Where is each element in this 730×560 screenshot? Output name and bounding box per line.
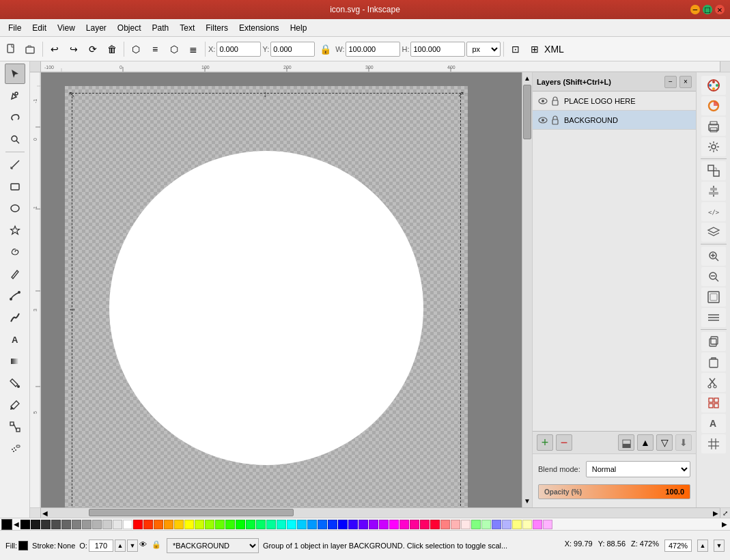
pencil-tool[interactable] [5,264,25,284]
color-swatch[interactable] [481,520,491,529]
layers-panel-collapse[interactable]: − [664,76,677,88]
color-swatch[interactable] [440,520,450,529]
layer-select[interactable]: *BACKGROUND PLACE LOGO HERE [167,538,259,553]
color-swatch[interactable] [133,520,143,529]
ri-transform[interactable] [701,161,726,180]
ri-zoom-out[interactable] [701,267,726,286]
vscroll-down[interactable]: ▼ [522,495,532,507]
ellipse-tool[interactable] [5,198,25,219]
color-swatch[interactable] [318,520,327,529]
delete-button[interactable]: 🗑 [103,40,121,58]
gradient-tool[interactable] [5,351,25,372]
vscroll-up[interactable]: ▲ [522,72,532,85]
hscroll-right[interactable]: ▶ [713,509,718,517]
h-input[interactable] [410,42,465,57]
color-swatch[interactable] [430,520,440,529]
menu-text[interactable]: Text [174,21,200,35]
color-swatch[interactable] [512,520,522,529]
unit-select[interactable]: pxmmin [466,42,501,57]
move-layer-down-button[interactable]: ▽ [656,434,673,451]
opacity-up[interactable]: ▲ [115,540,126,552]
ri-zoom-fit[interactable] [701,288,726,307]
color-swatch[interactable] [379,520,389,529]
color-swatch[interactable] [399,520,409,529]
opacity-down[interactable]: ▼ [127,540,138,552]
color-swatch[interactable] [143,520,153,529]
color-swatch[interactable] [113,520,122,529]
hscroll-left[interactable]: ◀ [42,509,48,517]
transform-button[interactable]: ⊡ [507,40,524,58]
palette-right-arrow[interactable]: ▶ [720,520,729,528]
color-swatch[interactable] [277,520,286,529]
layers-panel-close[interactable]: × [679,76,692,88]
handle-mid-right[interactable] [458,305,464,311]
zoom-up[interactable]: ▲ [697,540,708,552]
ri-paste[interactable] [701,352,726,372]
color-swatch[interactable] [502,520,511,529]
color-swatch[interactable] [420,520,430,529]
handle-mid-left[interactable] [68,305,75,311]
x-input[interactable] [216,42,261,57]
color-swatch[interactable] [236,520,245,529]
layer-eye-1[interactable] [537,95,549,107]
color-swatch[interactable] [543,520,552,529]
canvas-expand-button[interactable]: ⤢ [720,507,730,518]
connector-tool[interactable] [5,417,25,437]
menu-edit[interactable]: Edit [27,21,52,35]
color-swatch[interactable] [205,520,214,529]
ri-layers[interactable] [701,223,726,242]
color-swatch[interactable] [215,520,225,529]
menu-path[interactable]: Path [147,21,175,35]
color-swatch[interactable] [61,520,71,529]
minimize-button[interactable]: − [690,5,700,14]
vscroll-track[interactable] [522,85,532,495]
menu-file[interactable]: File [3,21,27,35]
color-swatch[interactable] [41,520,51,529]
paint-bucket-tool[interactable] [5,373,25,393]
color-swatch[interactable] [256,520,266,529]
menu-view[interactable]: View [52,21,81,35]
layer-eye-2[interactable] [537,114,549,126]
color-swatch[interactable] [102,520,112,529]
node-tool[interactable] [5,85,25,106]
open-button[interactable] [22,40,40,58]
color-swatch[interactable] [389,520,399,529]
remove-layer-button[interactable]: − [556,434,572,451]
duplicate-layer-button[interactable]: ⬓ [618,434,634,451]
color-swatch[interactable] [348,520,358,529]
layer-lock-1[interactable] [549,95,561,107]
handle-top-left[interactable] [68,89,75,96]
ri-cut[interactable] [701,373,726,392]
measure-tool[interactable] [5,154,25,175]
opacity-field[interactable] [89,540,113,552]
maximize-button[interactable]: □ [703,5,712,14]
layer-lock-2[interactable] [549,114,561,126]
hscroll-track[interactable] [48,508,713,518]
ri-print[interactable] [701,117,726,136]
ri-text-format[interactable]: A [701,414,726,433]
align-distribute-button[interactable]: ⊞ [526,40,544,58]
color-swatch[interactable] [195,520,204,529]
menu-extensions[interactable]: Extensions [234,21,285,35]
menu-filters[interactable]: Filters [200,21,234,35]
vscrollbar[interactable]: ▲ ▼ [522,72,532,507]
dropper-tool[interactable] [5,395,25,415]
align-left-button[interactable]: ⬡ [127,40,145,58]
zoom-tool[interactable] [5,129,25,150]
hscroll-thumb[interactable] [89,509,294,516]
layer-item[interactable]: BACKGROUND [533,111,696,130]
ri-color-wheel[interactable] [701,96,726,115]
layer-to-bottom-button[interactable]: ⬇ [675,434,692,451]
color-swatch[interactable] [225,520,235,529]
color-swatch[interactable] [451,520,460,529]
menu-layer[interactable]: Layer [81,21,112,35]
select-tool[interactable] [5,64,25,84]
xml-editor-button[interactable]: XML [545,40,563,58]
menu-help[interactable]: Help [285,21,313,35]
spray-tool[interactable] [5,438,25,459]
lock-proportions-button[interactable]: 🔒 [316,40,334,58]
color-swatch[interactable] [266,520,276,529]
color-swatch[interactable] [123,520,132,529]
color-swatch[interactable] [246,520,255,529]
opacity-lock[interactable]: 🔒 [152,540,163,551]
